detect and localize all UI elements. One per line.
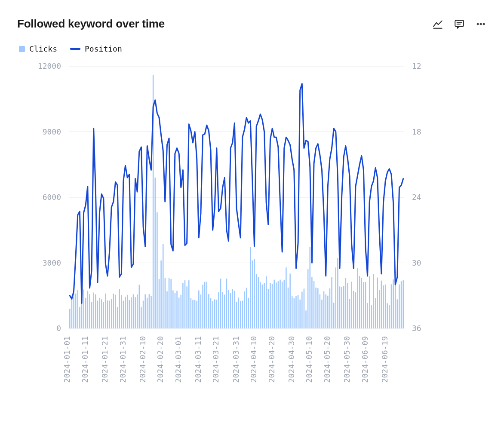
svg-rect-150	[323, 291, 325, 328]
svg-rect-129	[282, 282, 283, 328]
svg-rect-68	[160, 260, 162, 328]
svg-text:3000: 3000	[43, 258, 61, 267]
comment-icon[interactable]	[453, 18, 465, 30]
svg-rect-43	[111, 299, 112, 328]
svg-rect-22	[69, 309, 71, 328]
svg-rect-95	[214, 299, 215, 328]
svg-text:2024-04-10: 2024-04-10	[249, 336, 258, 383]
svg-rect-81	[186, 286, 187, 328]
svg-rect-63	[151, 296, 152, 328]
svg-rect-62	[149, 294, 150, 328]
svg-rect-35	[95, 294, 96, 328]
legend-label-clicks: Clicks	[29, 44, 57, 53]
svg-text:6000: 6000	[43, 193, 61, 202]
svg-rect-76	[176, 291, 178, 328]
svg-rect-142	[307, 269, 309, 328]
svg-rect-187	[397, 299, 398, 328]
svg-rect-189	[401, 281, 402, 328]
svg-point-4	[477, 23, 479, 25]
svg-rect-121	[266, 276, 267, 328]
svg-rect-70	[165, 278, 166, 328]
svg-rect-176	[375, 298, 376, 328]
svg-rect-177	[377, 278, 378, 328]
svg-rect-67	[159, 279, 160, 328]
svg-text:2024-04-30: 2024-04-30	[287, 336, 296, 383]
header-icons	[432, 18, 487, 30]
svg-rect-110	[244, 291, 245, 328]
svg-text:2024-03-01: 2024-03-01	[174, 336, 183, 383]
svg-rect-59	[143, 300, 144, 328]
svg-rect-188	[399, 285, 400, 328]
svg-rect-97	[218, 292, 219, 328]
svg-rect-165	[353, 291, 354, 328]
svg-rect-130	[284, 280, 285, 328]
legend-swatch-line	[70, 48, 80, 50]
svg-rect-77	[178, 297, 180, 328]
svg-rect-174	[371, 305, 372, 328]
chart-title: Followed keyword over time	[17, 17, 165, 31]
svg-rect-168	[359, 276, 360, 328]
svg-rect-86	[196, 301, 197, 328]
svg-rect-47	[119, 289, 120, 328]
svg-rect-50	[125, 297, 126, 328]
svg-rect-44	[113, 294, 114, 328]
svg-rect-52	[129, 300, 130, 328]
svg-rect-163	[349, 299, 350, 328]
svg-text:12000: 12000	[38, 61, 61, 70]
svg-rect-170	[363, 282, 364, 328]
svg-rect-161	[345, 278, 347, 328]
svg-rect-157	[337, 258, 338, 328]
svg-rect-53	[131, 297, 132, 328]
svg-rect-141	[305, 310, 307, 328]
svg-rect-160	[343, 286, 344, 328]
svg-rect-27	[79, 307, 80, 328]
svg-text:2024-03-21: 2024-03-21	[211, 336, 220, 383]
legend-item-clicks[interactable]: Clicks	[19, 44, 57, 53]
svg-rect-166	[355, 292, 356, 328]
svg-rect-155	[333, 303, 335, 328]
svg-rect-65	[155, 178, 156, 328]
svg-rect-178	[379, 290, 380, 328]
card-header: Followed keyword over time	[17, 17, 487, 31]
svg-text:2024-05-20: 2024-05-20	[323, 336, 332, 383]
svg-rect-66	[157, 212, 158, 328]
svg-rect-24	[73, 294, 74, 328]
svg-rect-184	[391, 284, 392, 328]
svg-rect-61	[147, 298, 148, 328]
svg-point-5	[480, 23, 482, 25]
svg-rect-39	[103, 302, 104, 328]
svg-text:2024-05-30: 2024-05-30	[342, 336, 351, 383]
svg-rect-88	[200, 294, 202, 328]
svg-rect-126	[276, 282, 277, 328]
svg-rect-89	[202, 285, 203, 328]
svg-rect-181	[385, 285, 386, 328]
svg-rect-116	[256, 274, 257, 328]
chart-svg: 03000600090001200012182430362024-01-0120…	[17, 58, 464, 414]
svg-rect-109	[242, 300, 243, 328]
svg-rect-128	[280, 280, 281, 328]
svg-rect-124	[272, 284, 273, 328]
svg-rect-26	[77, 290, 79, 328]
svg-rect-149	[321, 300, 323, 328]
svg-rect-117	[258, 277, 259, 328]
svg-rect-1	[455, 20, 464, 26]
svg-rect-144	[311, 277, 313, 328]
svg-rect-190	[403, 280, 404, 328]
svg-rect-140	[304, 288, 305, 328]
svg-rect-158	[339, 286, 341, 328]
svg-rect-105	[234, 291, 235, 328]
svg-text:30: 30	[412, 258, 421, 267]
svg-rect-72	[169, 278, 170, 328]
svg-rect-115	[254, 259, 255, 328]
svg-rect-143	[310, 247, 311, 328]
svg-rect-74	[172, 291, 174, 328]
svg-rect-164	[351, 282, 352, 328]
svg-rect-48	[121, 295, 122, 328]
legend: Clicks Position	[17, 44, 487, 53]
svg-rect-167	[357, 268, 358, 328]
line-chart-icon[interactable]	[432, 18, 444, 30]
svg-text:36: 36	[412, 324, 421, 333]
more-icon[interactable]	[475, 18, 487, 30]
legend-item-position[interactable]: Position	[70, 44, 122, 53]
svg-rect-45	[115, 295, 116, 328]
